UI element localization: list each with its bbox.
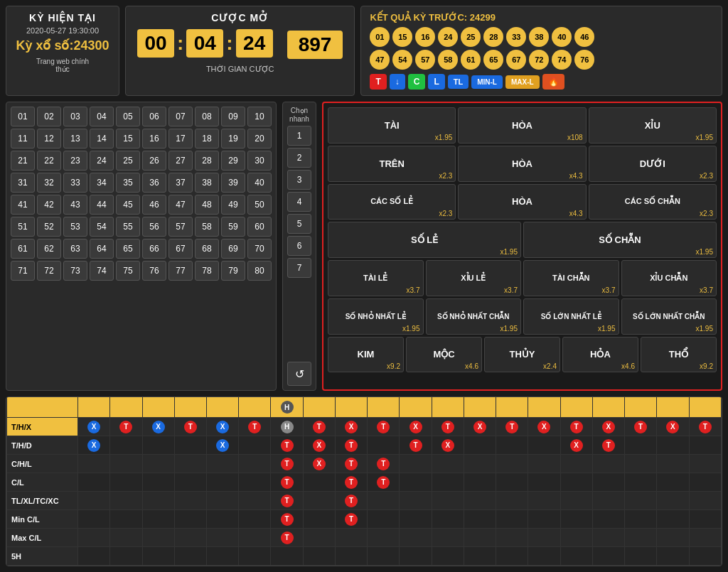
bet-xiu-le[interactable]: XỈU LẺ x3.7 <box>426 260 522 296</box>
stats-cell-6-6[interactable]: T <box>271 529 303 547</box>
bet-so-le[interactable]: SỐ LẺ x1.95 <box>328 222 521 258</box>
number-cell-15[interactable]: 15 <box>116 129 140 149</box>
number-cell-75[interactable]: 75 <box>116 261 140 281</box>
stats-cell-4-4[interactable] <box>206 492 238 510</box>
stats-cell-0-5[interactable]: T <box>239 418 271 436</box>
number-cell-11[interactable]: 11 <box>11 129 35 149</box>
chon-btn-5[interactable]: 5 <box>287 214 311 234</box>
number-cell-47[interactable]: 47 <box>168 195 193 215</box>
number-cell-26[interactable]: 26 <box>142 151 166 171</box>
stats-cell-1-0[interactable]: X <box>78 436 110 455</box>
bet-moc[interactable]: MỘC x4.6 <box>406 337 482 373</box>
number-cell-04[interactable]: 04 <box>90 107 114 126</box>
stats-cell-7-17[interactable] <box>625 547 657 566</box>
btn-c[interactable]: C <box>408 74 426 90</box>
number-cell-70[interactable]: 70 <box>247 239 272 259</box>
stats-cell-5-13[interactable] <box>496 510 528 529</box>
stats-cell-2-0[interactable] <box>78 455 110 473</box>
number-cell-62[interactable]: 62 <box>37 239 61 259</box>
stats-cell-5-6[interactable]: T <box>271 510 303 529</box>
stats-cell-1-2[interactable] <box>142 436 174 455</box>
stats-cell-5-17[interactable] <box>625 510 657 529</box>
stats-cell-7-8[interactable] <box>335 547 367 566</box>
bet-hoa-2[interactable]: HÒA x4.3 <box>458 146 586 182</box>
number-cell-09[interactable]: 09 <box>221 107 245 126</box>
btn-down[interactable]: ↓ <box>390 74 405 90</box>
stats-cell-1-16[interactable]: T <box>592 436 624 455</box>
stats-cell-4-2[interactable] <box>142 492 174 510</box>
stats-cell-6-17[interactable] <box>625 529 657 547</box>
stats-cell-7-14[interactable] <box>528 547 560 566</box>
stats-cell-0-19[interactable]: T <box>689 418 722 436</box>
number-cell-10[interactable]: 10 <box>247 107 272 126</box>
number-cell-25[interactable]: 25 <box>116 151 140 171</box>
stats-cell-3-14[interactable] <box>528 473 560 492</box>
number-cell-27[interactable]: 27 <box>168 151 193 171</box>
stats-cell-1-4[interactable]: X <box>206 436 238 455</box>
stats-cell-1-14[interactable] <box>528 436 560 455</box>
stats-cell-0-14[interactable]: X <box>528 418 560 436</box>
stats-cell-2-1[interactable] <box>110 455 142 473</box>
number-cell-69[interactable]: 69 <box>221 239 245 259</box>
stats-cell-6-9[interactable] <box>368 529 400 547</box>
stats-cell-7-1[interactable] <box>110 547 142 566</box>
stats-cell-7-10[interactable] <box>400 547 432 566</box>
bet-duoi[interactable]: DƯỚI x2.3 <box>589 146 717 182</box>
stats-cell-3-12[interactable] <box>464 473 496 492</box>
stats-cell-7-7[interactable] <box>303 547 335 566</box>
stats-cell-2-19[interactable] <box>689 455 722 473</box>
btn-tl[interactable]: TL <box>448 75 469 89</box>
btn-minl[interactable]: MIN-L <box>471 75 503 89</box>
number-cell-08[interactable]: 08 <box>195 107 219 126</box>
stats-cell-6-2[interactable] <box>142 529 174 547</box>
number-cell-63[interactable]: 63 <box>63 239 87 259</box>
stats-cell-7-16[interactable] <box>592 547 624 566</box>
stats-cell-4-9[interactable] <box>368 492 400 510</box>
stats-cell-2-6[interactable]: T <box>271 455 303 473</box>
number-cell-68[interactable]: 68 <box>195 239 219 259</box>
stats-cell-5-9[interactable] <box>368 510 400 529</box>
stats-cell-6-19[interactable] <box>689 529 722 547</box>
stats-cell-0-15[interactable]: T <box>560 418 592 436</box>
number-cell-17[interactable]: 17 <box>168 129 193 149</box>
stats-cell-0-0[interactable]: X <box>78 418 110 436</box>
stats-cell-6-16[interactable] <box>592 529 624 547</box>
stats-cell-7-15[interactable] <box>560 547 592 566</box>
stats-cell-2-12[interactable] <box>464 455 496 473</box>
stats-cell-0-12[interactable]: X <box>464 418 496 436</box>
number-cell-65[interactable]: 65 <box>116 239 140 259</box>
number-cell-46[interactable]: 46 <box>142 195 166 215</box>
stats-cell-0-10[interactable]: X <box>400 418 432 436</box>
bet-tai[interactable]: TÀI x1.95 <box>328 107 456 144</box>
stats-cell-0-3[interactable]: T <box>174 418 206 436</box>
number-cell-16[interactable]: 16 <box>142 129 166 149</box>
stats-cell-5-2[interactable] <box>142 510 174 529</box>
stats-cell-6-10[interactable] <box>400 529 432 547</box>
stats-cell-7-6[interactable] <box>271 547 303 566</box>
stats-cell-4-10[interactable] <box>400 492 432 510</box>
stats-cell-7-3[interactable] <box>174 547 206 566</box>
number-cell-64[interactable]: 64 <box>90 239 114 259</box>
stats-cell-2-16[interactable] <box>592 455 624 473</box>
stats-cell-7-9[interactable] <box>368 547 400 566</box>
stats-cell-1-3[interactable] <box>174 436 206 455</box>
stats-cell-6-12[interactable] <box>464 529 496 547</box>
number-cell-41[interactable]: 41 <box>11 195 35 215</box>
number-cell-21[interactable]: 21 <box>11 151 35 171</box>
stats-cell-5-7[interactable] <box>303 510 335 529</box>
number-cell-38[interactable]: 38 <box>195 173 219 193</box>
number-cell-22[interactable]: 22 <box>37 151 61 171</box>
bet-tho[interactable]: THỔ x9.2 <box>641 337 717 373</box>
stats-cell-3-4[interactable] <box>206 473 238 492</box>
stats-cell-2-15[interactable] <box>560 455 592 473</box>
number-cell-77[interactable]: 77 <box>168 261 193 281</box>
stats-cell-3-17[interactable] <box>625 473 657 492</box>
stats-cell-1-15[interactable]: X <box>560 436 592 455</box>
stats-cell-5-1[interactable] <box>110 510 142 529</box>
stats-cell-1-7[interactable]: X <box>303 436 335 455</box>
bet-hoa-3[interactable]: HÒA x4.3 <box>458 184 586 220</box>
stats-cell-4-19[interactable] <box>689 492 722 510</box>
number-cell-80[interactable]: 80 <box>247 261 272 281</box>
stats-cell-2-18[interactable] <box>657 455 689 473</box>
stats-cell-7-11[interactable] <box>432 547 464 566</box>
